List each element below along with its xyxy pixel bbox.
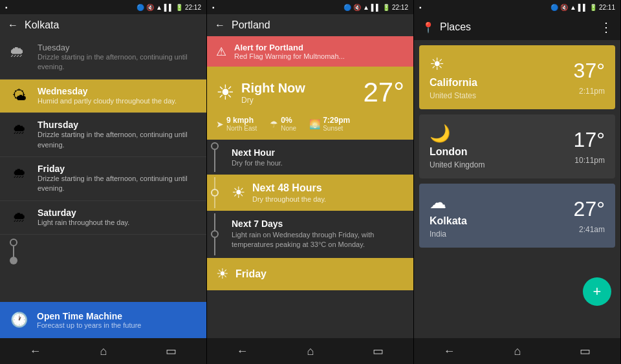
status-bar-1: ▪ 🔵 🔇 ▲ ▌▌ 🔋 22:12 — [0, 0, 206, 14]
dot-p2-2 — [211, 189, 219, 197]
line-p2-3a — [214, 213, 215, 230]
kolkata-info: ☁ Kolkata India — [430, 193, 467, 239]
friday-text-p1: Friday Drizzle starting in the afternoon… — [38, 164, 199, 194]
nav-recents-2[interactable]: ▭ — [373, 344, 384, 358]
sunset-icon: 🌅 — [309, 119, 320, 129]
time-machine-button[interactable]: 🕐 Open Time Machine Forecast up to years… — [0, 302, 206, 338]
mute-icon: 🔇 — [146, 4, 154, 11]
nav-home-1[interactable]: ⌂ — [100, 345, 107, 358]
timeline-dots-p2-3 — [207, 211, 223, 258]
nav-home-3[interactable]: ⌂ — [514, 345, 521, 358]
next-hour-title: Next Hour — [232, 147, 404, 158]
thursday-desc: Drizzle starting in the afternoon, conti… — [38, 130, 199, 150]
more-options-button[interactable]: ⋮ — [600, 19, 613, 35]
sun-icon-rn: ☀ — [216, 80, 235, 105]
next-7-section: Next 7 Days Light rain on Wednesday thro… — [223, 211, 413, 258]
london-name: London — [430, 146, 485, 158]
line-1 — [13, 246, 14, 257]
forecast-list: 🌤 Wednesday Humid and partly cloudy thro… — [0, 80, 206, 302]
add-place-button[interactable]: + — [583, 277, 611, 306]
dot-p2-1 — [211, 142, 219, 150]
right-now-info: ☀ Right Now Dry — [216, 80, 305, 105]
california-info: ☀ California United States — [430, 54, 477, 100]
forecast-row-friday[interactable]: 🌧 Friday Drizzle starting in the afterno… — [0, 157, 206, 201]
dot-p2-3 — [211, 230, 219, 238]
mute-icon-3: 🔇 — [560, 4, 568, 11]
nav-recents-1[interactable]: ▭ — [166, 344, 177, 358]
battery-icon-3: 🔋 — [589, 4, 597, 11]
alert-banner[interactable]: ⚠ Alert for Portland Red Flag Warning fo… — [207, 36, 413, 67]
signal-icon-3: ▌▌ — [578, 4, 587, 11]
dot-1 — [10, 239, 17, 246]
place-card-california[interactable]: ☀ California United States 37° 2:11pm — [419, 45, 615, 109]
timeline-dots-1 — [9, 239, 18, 264]
status-icons-right: 🔵 🔇 ▲ ▌▌ 🔋 22:12 — [136, 4, 201, 11]
right-now-card[interactable]: ☀ Right Now Dry 27° ➤ 9 kmph North East — [207, 67, 413, 140]
dot-2 — [10, 257, 17, 264]
status-bar-3: ▪ 🔵 🔇 ▲ ▌▌ 🔋 22:11 — [414, 0, 620, 14]
bluetooth-icon: 🔵 — [136, 4, 144, 11]
alert-sub: Red Flag Warning for Multnomah... — [234, 52, 345, 60]
time-machine-label: Open Time Machine — [37, 311, 141, 321]
friday-card[interactable]: ☀ Friday — [207, 258, 413, 290]
next-hour-section: Next Hour Dry for the hour. — [223, 140, 413, 175]
portland-content: ☀ Right Now Dry 27° ➤ 9 kmph North East — [207, 67, 413, 338]
clock-icon: 🕐 — [10, 312, 28, 328]
timeline-dots-p2-2 — [207, 175, 223, 211]
london-temp: 17° — [574, 128, 605, 152]
place-card-kolkata[interactable]: ☁ Kolkata India 27° 2:41am — [419, 184, 615, 248]
place-card-london[interactable]: 🌙 London United Kingdom 17° 10:11pm — [419, 114, 615, 178]
battery-icon: 🔋 — [175, 4, 183, 11]
nav-home-2[interactable]: ⌂ — [307, 345, 314, 358]
line-p2-2b — [214, 197, 215, 208]
wednesday-day: Wednesday — [38, 86, 199, 96]
status-icons-left-2: ▪ — [212, 4, 215, 11]
nav-back-3[interactable]: ← — [444, 345, 455, 358]
tuesday-desc: Drizzle starting in the afternoon, conti… — [38, 52, 199, 72]
saturday-desc: Light rain throughout the day. — [38, 218, 199, 228]
thursday-day: Thursday — [38, 120, 199, 130]
wifi-icon: ▲ — [156, 4, 162, 11]
friday-desc-p1: Drizzle starting in the afternoon, conti… — [38, 174, 199, 194]
time-display-1: 22:12 — [185, 4, 201, 11]
status-icons-right-3: 🔵 🔇 ▲ ▌▌ 🔋 22:11 — [550, 4, 615, 11]
sun-icon-48: ☀ — [232, 184, 246, 202]
time-machine-sub: Forecast up to years in the future — [37, 321, 141, 329]
tuesday-day: Tuesday — [38, 43, 199, 52]
precip-label: None — [281, 125, 296, 132]
california-country: United States — [430, 91, 477, 100]
wind-direction: North East — [226, 125, 257, 132]
nav-back-1[interactable]: ← — [30, 345, 41, 358]
nav-recents-3[interactable]: ▭ — [580, 344, 591, 358]
forecast-row-thursday[interactable]: 🌧 Thursday Drizzle starting in the after… — [0, 113, 206, 157]
right-now-title-group: Right Now Dry — [241, 81, 305, 105]
saturday-day: Saturday — [38, 208, 199, 218]
time-display-3: 22:11 — [599, 4, 615, 11]
back-button-2[interactable]: ← — [215, 19, 225, 31]
timeline-dots-p2-1 — [207, 140, 223, 175]
california-weather: 37° 2:11pm — [574, 59, 605, 96]
alert-text: Alert for Portland Red Flag Warning for … — [234, 43, 345, 60]
kolkata-weather: 27° 2:41am — [574, 197, 605, 234]
back-button-1[interactable]: ← — [8, 19, 18, 31]
forecast-row-saturday[interactable]: 🌧 Saturday Light rain throughout the day… — [0, 201, 206, 235]
bluetooth-icon-2: 🔵 — [343, 4, 351, 11]
forecast-row-wednesday[interactable]: 🌤 Wednesday Humid and partly cloudy thro… — [0, 80, 206, 113]
kolkata-weather-icon: ☁ — [430, 193, 467, 213]
wednesday-icon: 🌤 — [8, 87, 31, 104]
precip-value: 0% — [281, 116, 296, 125]
saturday-text: Saturday Light rain throughout the day. — [38, 208, 199, 228]
timeline-row-3: Next 7 Days Light rain on Wednesday thro… — [207, 211, 413, 258]
places-list: ☀ California United States 37° 2:11pm 🌙 … — [414, 40, 620, 338]
wifi-icon-3: ▲ — [570, 4, 576, 11]
tuesday-row: 🌧 Tuesday Drizzle starting in the aftern… — [0, 36, 206, 80]
nav-bar-1: ← ⌂ ▭ — [0, 338, 206, 364]
nav-back-2[interactable]: ← — [237, 345, 248, 358]
panel-places: ▪ 🔵 🔇 ▲ ▌▌ 🔋 22:11 📍 Places ⋮ ☀ Californ… — [414, 0, 621, 364]
next-48-desc: Dry throughout the day. — [252, 195, 326, 203]
thursday-icon: 🌧 — [8, 121, 31, 138]
tuesday-text: Tuesday Drizzle starting in the afternoo… — [38, 43, 199, 72]
tuesday-icon: 🌧 — [9, 43, 25, 61]
next-48-section[interactable]: ☀ Next 48 Hours Dry throughout the day. — [223, 175, 413, 211]
timeline-indicator-1 — [0, 235, 206, 268]
